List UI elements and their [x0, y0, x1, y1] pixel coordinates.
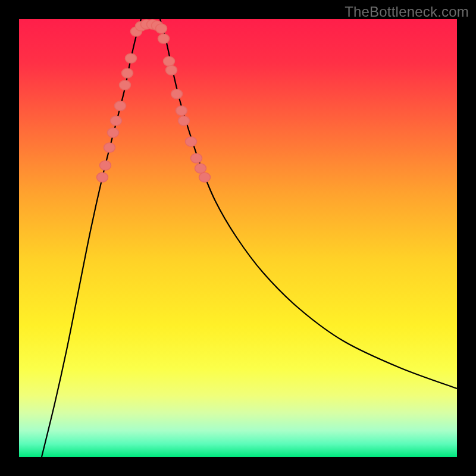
data-point: [120, 80, 131, 90]
curves-layer: [19, 19, 457, 457]
data-point: [156, 24, 167, 33]
right-curve: [160, 19, 457, 389]
plot-area: [19, 19, 457, 457]
data-point: [158, 34, 170, 43]
data-point: [191, 154, 202, 163]
data-point: [104, 143, 115, 152]
watermark-text: TheBottleneck.com: [345, 4, 469, 20]
data-point: [195, 164, 206, 173]
data-point: [176, 106, 187, 115]
data-point: [164, 57, 175, 66]
data-point: [108, 128, 119, 137]
data-point: [100, 161, 111, 170]
data-point: [171, 89, 183, 99]
data-point: [126, 54, 137, 63]
chart-frame: TheBottleneck.com: [0, 0, 476, 476]
data-point: [199, 173, 211, 182]
data-point: [178, 116, 190, 126]
data-point: [166, 65, 177, 75]
data-point: [186, 137, 197, 146]
data-point: [97, 173, 108, 182]
data-points: [97, 20, 211, 182]
data-point: [111, 116, 122, 126]
data-point: [115, 101, 126, 111]
data-point: [122, 68, 133, 78]
